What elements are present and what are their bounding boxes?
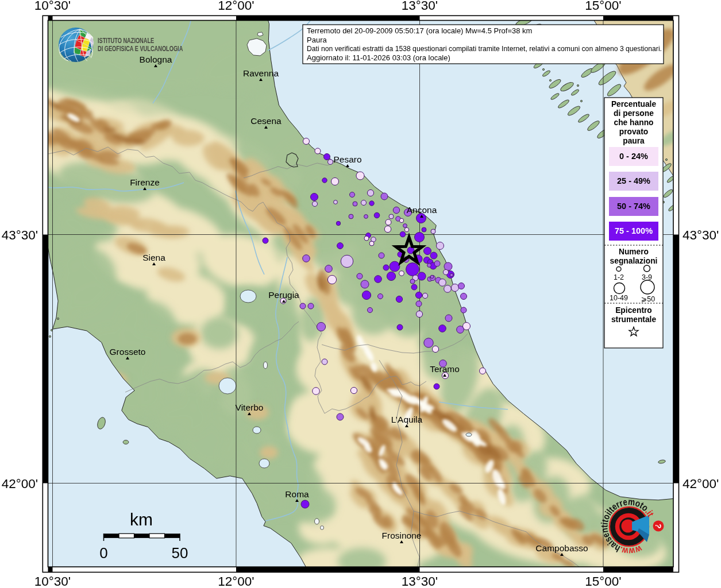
svg-text:strumentale: strumentale: [611, 315, 657, 324]
svg-text:paura: paura: [623, 137, 645, 145]
svg-text:0: 0: [99, 544, 107, 562]
svg-text:43°30': 43°30': [2, 228, 38, 242]
svg-text:Ancona: Ancona: [407, 205, 437, 215]
svg-text:Campobasso: Campobasso: [535, 543, 588, 553]
svg-text:km: km: [130, 510, 153, 529]
svg-text:DI GEOFISICA E VULCANOLOGIA: DI GEOFISICA E VULCANOLOGIA: [98, 45, 183, 53]
svg-text:10°30': 10°30': [34, 0, 71, 13]
svg-text:Roma: Roma: [285, 489, 309, 499]
svg-text:12°00': 12°00': [218, 574, 254, 588]
svg-text:L’Aquila: L’Aquila: [391, 415, 423, 424]
svg-text:Terremoto del 20-09-2009 05:50: Terremoto del 20-09-2009 05:50:17 (ora l…: [307, 26, 532, 35]
svg-text:Frosinone: Frosinone: [382, 531, 422, 540]
svg-text:Paura: Paura: [307, 36, 327, 44]
svg-text:50: 50: [172, 544, 188, 562]
svg-text:Aggiornato il: 11-01-2026 03:0: Aggiornato il: 11-01-2026 03:03 (ora loc…: [307, 53, 450, 62]
svg-text:12°00': 12°00': [218, 0, 254, 13]
svg-text:13°30': 13°30': [402, 574, 438, 588]
svg-text:15°00': 15°00': [585, 574, 621, 588]
svg-text:che hanno: che hanno: [614, 118, 654, 127]
svg-text:Epicentro: Epicentro: [615, 306, 652, 315]
svg-text:Bologna: Bologna: [140, 55, 172, 64]
svg-text:0 - 24%: 0 - 24%: [619, 152, 648, 161]
svg-text:segnalazioni: segnalazioni: [610, 257, 658, 265]
svg-text:Pesaro: Pesaro: [333, 154, 361, 164]
svg-text:Grosseto: Grosseto: [110, 347, 146, 357]
svg-text:di persone: di persone: [614, 109, 654, 118]
svg-text:Numero: Numero: [619, 247, 649, 256]
svg-text:75 - 100%: 75 - 100%: [615, 226, 653, 235]
svg-text:Teramo: Teramo: [430, 364, 460, 374]
svg-text:Viterbo: Viterbo: [236, 403, 264, 412]
svg-text:42°00': 42°00': [683, 477, 719, 491]
svg-text:50 - 74%: 50 - 74%: [617, 202, 650, 211]
svg-text:Dati non verificati estratti d: Dati non verificati estratti da 1538 que…: [307, 45, 662, 53]
svg-text:ISTITUTO NAZIONALE: ISTITUTO NAZIONALE: [98, 36, 155, 44]
svg-text:Percentuale: Percentuale: [611, 100, 657, 109]
svg-text:13°30': 13°30': [402, 0, 438, 13]
svg-text:15°00': 15°00': [585, 0, 621, 13]
svg-text:25 - 49%: 25 - 49%: [617, 176, 650, 185]
svg-text:42°00': 42°00': [2, 477, 38, 491]
svg-text:Siena: Siena: [142, 253, 165, 262]
svg-text:provato: provato: [619, 127, 649, 136]
svg-text:⩾50: ⩾50: [641, 295, 655, 303]
svg-text:Ravenna: Ravenna: [243, 68, 279, 78]
svg-text:43°30': 43°30': [683, 228, 719, 242]
svg-text:Cesena: Cesena: [250, 116, 282, 126]
svg-text:10-49: 10-49: [610, 294, 628, 302]
svg-text:Firenze: Firenze: [130, 177, 160, 187]
svg-text:1-2: 1-2: [614, 273, 624, 281]
svg-text:10°30': 10°30': [34, 574, 71, 588]
svg-text:Perugia: Perugia: [268, 290, 299, 300]
